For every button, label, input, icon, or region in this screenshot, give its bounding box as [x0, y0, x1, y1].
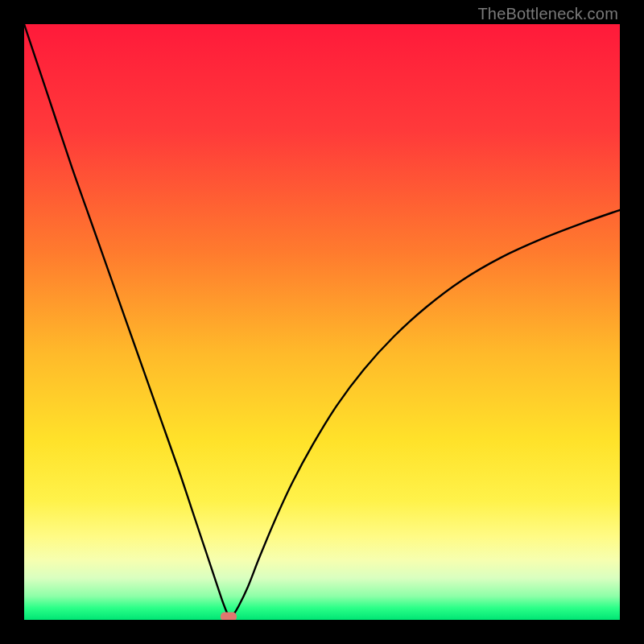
bottleneck-curve — [24, 24, 620, 617]
curve-layer — [24, 24, 620, 620]
plot-area — [24, 24, 620, 620]
watermark-text: TheBottleneck.com — [477, 5, 618, 23]
minimum-marker — [221, 612, 237, 620]
chart-frame: TheBottleneck.com — [0, 0, 644, 644]
